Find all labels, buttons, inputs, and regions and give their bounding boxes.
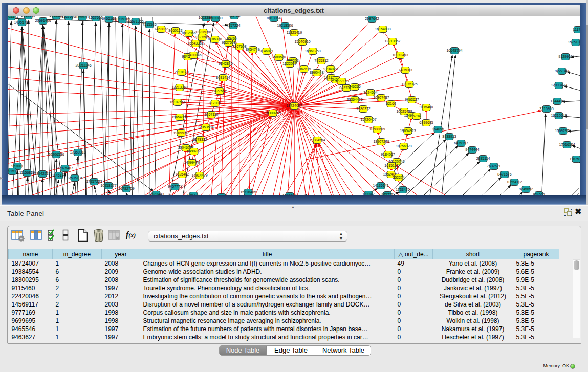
svg-text:9463627: 9463627 (405, 98, 419, 101)
svg-text:10688609: 10688609 (369, 127, 385, 131)
svg-text:3215955: 3215955 (539, 107, 553, 111)
svg-text:8813054: 8813054 (267, 16, 280, 20)
svg-text:391513: 391513 (8, 169, 18, 173)
svg-text:1733426: 1733426 (396, 188, 409, 191)
svg-text:8471676: 8471676 (497, 172, 511, 176)
svg-text:10807487: 10807487 (373, 96, 389, 99)
svg-text:22420046: 22420046 (185, 53, 201, 57)
svg-text:11172: 11172 (573, 28, 580, 31)
svg-text:1527602: 1527602 (89, 16, 102, 19)
svg-text:10654112: 10654112 (507, 180, 522, 184)
svg-text:15640910: 15640910 (294, 40, 310, 43)
svg-text:16961758: 16961758 (304, 49, 320, 53)
svg-text:1322037: 1322037 (282, 62, 296, 65)
svg-text:8031414: 8031414 (216, 76, 230, 79)
svg-text:17359918: 17359918 (70, 150, 85, 154)
svg-text:2718170: 2718170 (175, 70, 188, 74)
svg-text:12093423: 12093423 (551, 83, 567, 87)
svg-text:20206536: 20206536 (48, 152, 64, 156)
svg-text:19384554: 19384554 (309, 138, 325, 142)
svg-text:10973493: 10973493 (392, 53, 408, 57)
svg-text:16648794: 16648794 (446, 49, 462, 52)
svg-text:173342: 173342 (362, 192, 374, 195)
svg-text:8660123: 8660123 (168, 29, 182, 32)
svg-text:15751074: 15751074 (568, 40, 580, 44)
svg-text:16671355: 16671355 (127, 19, 143, 23)
svg-text:1244415: 1244415 (550, 99, 564, 103)
svg-text:117005: 117005 (209, 101, 221, 105)
svg-text:7632621: 7632621 (487, 164, 500, 168)
svg-text:3267110: 3267110 (205, 113, 219, 116)
svg-text:924565: 924565 (533, 193, 545, 195)
svg-text:1292344: 1292344 (282, 194, 296, 195)
svg-text:9777169: 9777169 (335, 79, 349, 83)
svg-text:9245652: 9245652 (519, 187, 533, 191)
svg-text:9242845: 9242845 (219, 62, 232, 65)
svg-text:2867608: 2867608 (232, 45, 246, 48)
svg-text:10756928: 10756928 (396, 144, 411, 148)
svg-text:12923443: 12923443 (148, 192, 164, 195)
svg-text:20691406: 20691406 (35, 19, 51, 23)
svg-text:18907249: 18907249 (373, 140, 389, 143)
svg-text:12213967: 12213967 (384, 39, 400, 43)
svg-text:10655287: 10655287 (74, 16, 90, 19)
svg-text:13226058: 13226058 (195, 30, 211, 34)
svg-text:2069140: 2069140 (21, 16, 35, 17)
svg-text:9115460: 9115460 (420, 105, 433, 109)
svg-text:8990448: 8990448 (310, 71, 323, 74)
svg-text:11156829: 11156829 (19, 171, 35, 174)
svg-text:20364436: 20364436 (346, 98, 362, 101)
svg-text:945777: 945777 (187, 193, 199, 195)
svg-text:6899695: 6899695 (419, 121, 433, 124)
svg-text:14099479: 14099479 (184, 161, 200, 164)
svg-text:62160: 62160 (386, 102, 396, 105)
svg-text:8186328: 8186328 (208, 37, 222, 41)
svg-text:1405571: 1405571 (8, 16, 18, 18)
svg-text:8912956: 8912956 (182, 31, 195, 35)
svg-text:7386372: 7386372 (356, 107, 370, 111)
svg-text:16107554: 16107554 (169, 100, 185, 104)
svg-text:9227343: 9227343 (555, 69, 569, 73)
svg-text:19654985: 19654985 (171, 115, 187, 119)
svg-text:1527602: 1527602 (61, 16, 75, 18)
svg-text:1603380: 1603380 (208, 16, 222, 20)
svg-text:8938913: 8938913 (442, 135, 456, 138)
svg-text:2087642: 2087642 (365, 17, 379, 20)
svg-text:16543382: 16543382 (187, 41, 203, 45)
svg-text:19166852: 19166852 (173, 131, 189, 135)
svg-text:3624554: 3624554 (363, 91, 377, 94)
svg-text:7463822: 7463822 (154, 27, 168, 31)
svg-text:1588520: 1588520 (272, 55, 286, 59)
svg-text:9146821: 9146821 (259, 49, 273, 53)
svg-text:12505135: 12505135 (67, 176, 82, 180)
svg-text:7515526: 7515526 (142, 23, 156, 26)
svg-text:11325419: 11325419 (287, 31, 302, 34)
svg-text:12213369: 12213369 (171, 85, 187, 89)
svg-text:12942737: 12942737 (34, 172, 50, 176)
svg-text:19218506: 19218506 (277, 24, 293, 27)
svg-text:9327505: 9327505 (195, 35, 209, 39)
svg-text:8578332: 8578332 (193, 138, 207, 141)
svg-text:9457771: 9457771 (168, 185, 182, 188)
svg-text:17957223: 17957223 (86, 180, 102, 183)
svg-text:14136141: 14136141 (373, 184, 388, 187)
svg-text:9734028: 9734028 (323, 67, 337, 71)
svg-text:7625402: 7625402 (175, 172, 189, 176)
svg-text:1145134: 1145134 (52, 173, 66, 177)
svg-text:18300295: 18300295 (265, 111, 280, 115)
svg-text:15716485: 15716485 (240, 190, 256, 194)
svg-text:945777: 945777 (381, 193, 393, 195)
svg-text:16210643: 16210643 (551, 114, 567, 117)
svg-text:10958177: 10958177 (100, 184, 116, 187)
svg-text:8454749: 8454749 (246, 48, 259, 51)
svg-text:746266: 746266 (349, 85, 360, 89)
svg-text:252274: 252274 (393, 176, 404, 179)
svg-text:19654923: 19654923 (400, 129, 416, 133)
svg-text:735722: 735722 (228, 16, 240, 17)
svg-text:7485063: 7485063 (398, 68, 412, 72)
svg-text:14914479: 14914479 (191, 173, 207, 177)
svg-text:9129966: 9129966 (558, 55, 572, 58)
svg-text:32975487: 32975487 (57, 166, 73, 170)
svg-text:16154808: 16154808 (375, 27, 390, 31)
svg-text:1292344: 1292344 (214, 195, 228, 195)
